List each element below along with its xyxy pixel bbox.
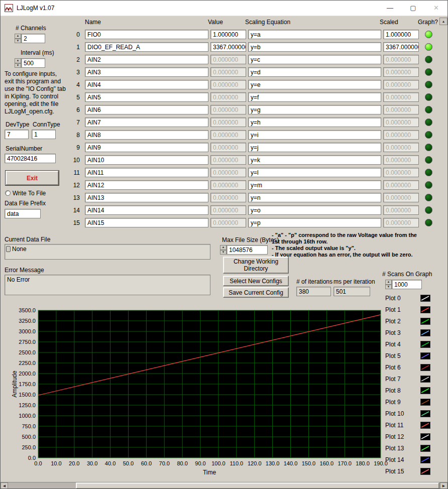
table-scroll-up-icon[interactable]: ▲ [439,18,447,25]
legend-item[interactable]: Plot 2 [385,318,430,325]
minimize-button[interactable]: — [379,1,401,15]
legend-item[interactable]: Plot 13 [385,445,430,452]
save-current-config-button[interactable]: Save Current Config [223,287,289,298]
scaling-equation-input[interactable]: y=m [248,180,381,190]
graph-led[interactable] [425,43,432,51]
scroll-right-icon[interactable]: ▶ [440,482,447,489]
svg-text:20.0: 20.0 [69,460,79,466]
scaling-equation-input[interactable]: y=c [248,55,381,64]
scaling-equation-input[interactable]: y=o [248,205,381,215]
scaling-equation-input[interactable]: y=n [248,193,381,202]
serialnumber-input[interactable]: 470028416 [5,154,56,163]
graph-led[interactable] [425,181,432,189]
legend-item[interactable]: Plot 14 [385,456,430,463]
channel-name-input[interactable]: AIN7 [85,117,208,127]
graph-led[interactable] [425,156,432,164]
legend-item[interactable]: Plot 15 [385,468,430,475]
channels-increment-decrement-icon[interactable]: ▲▼ [15,34,21,43]
header-scaled: Scaled [380,19,398,26]
graph-led[interactable] [425,118,432,126]
path-glyph-icon[interactable] [6,246,11,252]
horizontal-scrollbar[interactable]: ◀ ▶ [1,482,447,489]
graph-led[interactable] [425,56,432,63]
legend-item[interactable]: Plot 3 [385,329,430,336]
scaling-equation-input[interactable]: y=p [248,218,381,227]
max-file-size-increment-decrement-icon[interactable]: ▲▼ [220,245,227,255]
scans-on-graph-input[interactable]: 1000 [392,280,422,289]
interval-increment-decrement-icon[interactable]: ▲▼ [15,58,21,68]
graph-led[interactable] [425,93,432,101]
graph-led[interactable] [425,81,432,88]
graph-led[interactable] [425,31,432,38]
interval-input[interactable]: 500 [21,58,45,68]
channel-name-input[interactable]: AIN10 [85,155,208,165]
channel-name-input[interactable]: AIN8 [85,130,208,140]
scaled-field: 0.000000 [383,55,419,64]
scrollbar-thumb[interactable] [76,482,439,489]
select-new-configs-button[interactable]: Select New Configs [223,276,289,286]
legend-item[interactable]: Plot 8 [385,387,430,394]
scaling-equation-input[interactable]: y=j [248,143,381,152]
conntype-input[interactable]: 1 [32,130,56,139]
graph-led[interactable] [425,206,432,214]
legend-item[interactable]: Plot 6 [385,364,430,371]
scaling-equation-input[interactable]: y=a [248,30,381,39]
graph-led[interactable] [425,194,432,201]
close-button[interactable]: ✕ [425,1,447,15]
scaling-equation-input[interactable]: y=f [248,92,381,102]
table-row: 9AIN90.000000y=j0.000000 [61,141,437,154]
channel-name-input[interactable]: AIN13 [85,193,208,202]
graph-led[interactable] [425,68,432,76]
legend-item[interactable]: Plot 11 [385,422,430,429]
channel-name-input[interactable]: AIN6 [85,105,208,114]
devtype-input[interactable]: 7 [5,130,29,139]
channel-name-input[interactable]: DIO0_EF_READ_A [85,42,208,52]
max-file-size-input[interactable]: 1048576 [227,245,268,255]
channel-name-input[interactable]: AIN4 [85,80,208,89]
exit-button[interactable]: Exit [6,171,59,185]
legend-item[interactable]: Plot 4 [385,341,430,348]
maximize-button[interactable]: ▢ [402,1,424,15]
channel-name-input[interactable]: AIN2 [85,55,208,64]
graph-led[interactable] [425,219,432,226]
channel-name-input[interactable]: AIN12 [85,180,208,190]
scaling-equation-input[interactable]: y=k [248,155,381,165]
scaling-equation-input[interactable]: y=h [248,117,381,127]
scaling-equation-input[interactable]: y=l [248,168,381,177]
channel-name-input[interactable]: AIN5 [85,92,208,102]
scaling-equation-input[interactable]: y=d [248,67,381,77]
legend-item[interactable]: Plot 9 [385,399,430,406]
legend-item[interactable]: Plot 10 [385,410,430,417]
channel-name-input[interactable]: AIN9 [85,143,208,152]
legend-item[interactable]: Plot 0 [385,295,430,302]
row-index: 12 [61,182,83,189]
window-title: LJLogM v1.07 [17,5,54,12]
current-data-file-value: None [12,246,27,253]
channels-input[interactable]: 2 [21,34,45,43]
change-working-directory-button[interactable]: Change Working Directory [223,257,289,274]
legend-item[interactable]: Plot 1 [385,306,430,313]
scaling-equation-input[interactable]: y=g [248,105,381,114]
data-file-prefix-input[interactable]: data [5,209,41,218]
scroll-left-icon[interactable]: ◀ [1,482,8,489]
graph-led[interactable] [425,169,432,176]
graph-led[interactable] [425,131,432,139]
channel-name-input[interactable]: AIN3 [85,67,208,77]
channel-name-input[interactable]: AIN14 [85,205,208,215]
legend-item[interactable]: Plot 5 [385,352,430,359]
svg-text:80.0: 80.0 [177,460,187,466]
legend-item[interactable]: Plot 12 [385,433,430,440]
write-to-file-radio[interactable] [5,190,11,196]
scaling-equation-input[interactable]: y=b [248,42,381,52]
scaling-equation-input[interactable]: y=i [248,130,381,140]
channel-name-input[interactable]: FIO0 [85,30,208,39]
channel-name-input[interactable]: AIN11 [85,168,208,177]
graph-led[interactable] [425,106,432,113]
scans-increment-decrement-icon[interactable]: ▲▼ [385,280,392,289]
channel-name-input[interactable]: AIN15 [85,218,208,227]
max-file-size-label: Max File Size (Bytes) [222,236,279,243]
scaling-equation-input[interactable]: y=e [248,80,381,89]
graph-led[interactable] [425,144,432,151]
legend-item[interactable]: Plot 7 [385,376,430,383]
legend-label: Plot 3 [385,329,401,336]
